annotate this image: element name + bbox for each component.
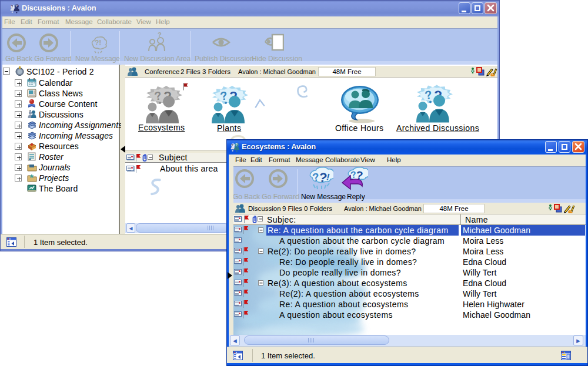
svg-text:?: ?: [11, 4, 13, 8]
svg-text:?: ?: [235, 142, 238, 146]
svg-text:?!: ?!: [95, 39, 101, 47]
svg-text:?: ?: [231, 143, 233, 147]
svg-text:?: ?: [29, 109, 31, 113]
svg-text:?: ?: [15, 4, 18, 8]
svg-text:?: ?: [158, 31, 162, 38]
